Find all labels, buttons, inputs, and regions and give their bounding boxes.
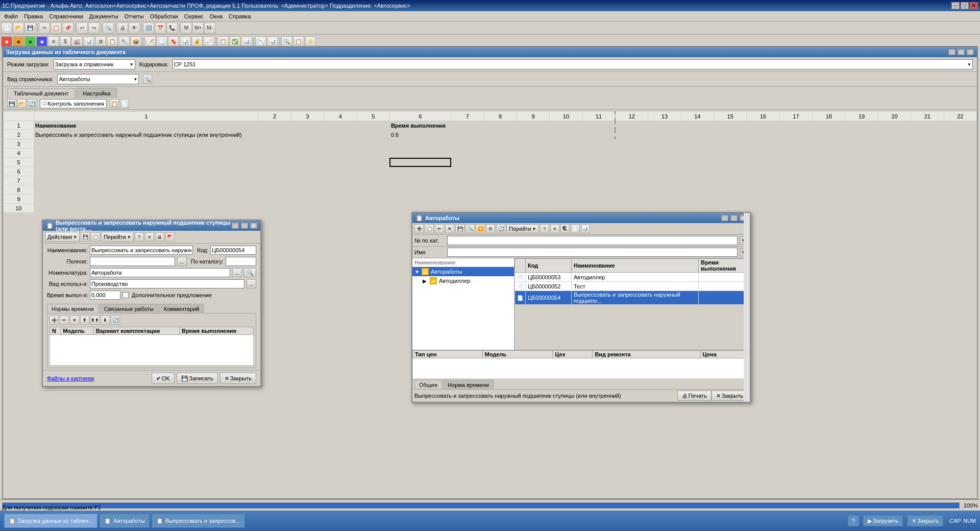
avto-save-btn[interactable]: 💾 — [455, 224, 464, 233]
tb-undo-btn[interactable]: ↩ — [77, 22, 88, 34]
avto-edit-btn[interactable]: ✏ — [435, 224, 444, 233]
actions-dropdown[interactable]: Действия ▼ — [45, 232, 80, 242]
cell-1-3[interactable] — [291, 121, 324, 130]
cell-1-8[interactable] — [484, 121, 517, 130]
tab-sort-btn[interactable]: 🔃 — [111, 316, 120, 325]
menu-help[interactable]: Справка — [226, 12, 254, 20]
sub-win-max[interactable]: □ — [958, 49, 965, 55]
cell-1-14[interactable] — [681, 121, 714, 130]
tb-m3-btn[interactable]: M- — [204, 22, 215, 34]
menu-reports[interactable]: Отчеты — [121, 12, 147, 20]
cell-1-16[interactable] — [747, 121, 779, 130]
avto-min-btn[interactable]: – — [721, 215, 728, 221]
tb-paste-btn[interactable]: 📌 — [62, 22, 74, 34]
modal-help-btn[interactable]: ? — [135, 232, 144, 242]
modal-vipresso-close[interactable]: ✕ — [250, 223, 257, 229]
avto-list[interactable]: Код Наименование Время выполнения 📄 ЦБ00… — [514, 258, 750, 350]
avto-go-dropdown[interactable]: Перейти ▼ — [506, 224, 539, 233]
tt-refresh-btn[interactable]: 🔄 — [28, 99, 37, 108]
avto-tb-search-btn[interactable]: 🔍 — [465, 224, 475, 233]
menu-file[interactable]: Файл — [1, 12, 21, 20]
ok-btn[interactable]: ✔ OK — [152, 373, 175, 384]
load-btn[interactable]: ▶ Загрузить — [863, 515, 903, 526]
modal-print-btn[interactable]: 🖨 — [155, 232, 164, 242]
tab-settings[interactable]: Настройка — [76, 88, 117, 98]
avto-tab-general[interactable]: Общее — [414, 380, 442, 389]
tab-down-btn[interactable]: ⬇ — [101, 316, 110, 325]
regime-combo[interactable]: Загрузка в справочник ▼ — [54, 59, 135, 69]
avto-max-btn[interactable]: □ — [730, 215, 738, 221]
avto-close-btn-bottom[interactable]: ✕ Закрыть — [712, 391, 748, 401]
name-input[interactable] — [90, 246, 193, 255]
app-maximize-btn[interactable]: □ — [961, 2, 969, 9]
help-btn[interactable]: ? — [848, 515, 859, 526]
tab-del-btn[interactable]: ✕ — [70, 316, 79, 325]
tree-expand-diller[interactable]: ▶ — [423, 278, 429, 284]
search-name-input[interactable] — [447, 248, 738, 257]
cell-1-1[interactable]: Наименование — [34, 121, 258, 130]
app-minimize-btn[interactable]: – — [951, 2, 960, 9]
cell-5-2[interactable] — [258, 158, 291, 167]
go-dropdown[interactable]: Перейти ▼ — [101, 232, 134, 242]
taskbar-item-vipresso[interactable]: 📋 Выпрессовать и запрессов... — [152, 514, 245, 528]
cell-1-4[interactable] — [324, 121, 357, 130]
avto-refresh-btn[interactable]: 🔄 — [496, 224, 505, 233]
tt-open-btn[interactable]: 📂 — [17, 99, 27, 108]
tb-preview-btn[interactable]: 👁 — [129, 22, 140, 34]
avto-add-btn[interactable]: ➕ — [414, 224, 424, 233]
cell-2-9[interactable] — [517, 130, 549, 139]
tb-cut-btn[interactable]: ✂ — [39, 22, 50, 34]
tt-btn2[interactable]: 📄 — [120, 99, 129, 108]
avto-copy-btn[interactable]: 📋 — [425, 224, 434, 233]
cell-1-5[interactable] — [357, 121, 389, 130]
modal-close-btn[interactable]: ✕ Закрыть — [220, 373, 256, 384]
avto-help-btn[interactable]: ? — [540, 224, 549, 233]
avto-filter-btn[interactable]: 🔽 — [476, 224, 485, 233]
tb-print-btn[interactable]: 🖨 — [117, 22, 128, 34]
vid-use-input[interactable] — [90, 279, 244, 288]
full-input[interactable] — [90, 257, 175, 266]
modal-copy-btn[interactable]: 📋 — [91, 232, 100, 242]
menu-documents[interactable]: Документы — [86, 12, 121, 20]
cell-2-2[interactable] — [258, 130, 291, 139]
nomenklatura-input[interactable] — [90, 268, 230, 277]
avto-tree[interactable]: Наименование ▼ 📁 Авторaботы ▶ 📁 Автодилл… — [412, 258, 514, 350]
cell-5-4[interactable] — [324, 158, 357, 167]
taskbar-item-load[interactable]: 📋 Загрузка данных из тaблич... — [4, 514, 97, 528]
tree-item-avto[interactable]: ▼ 📁 Авторaботы — [412, 267, 514, 276]
cell-1-13[interactable] — [648, 121, 681, 130]
tb-redo-btn[interactable]: ↪ — [88, 22, 100, 34]
cell-1-9[interactable] — [517, 121, 549, 130]
vid-combo[interactable]: Авторaботы ▼ — [57, 74, 139, 84]
avto-hier-btn[interactable]: 🏗 — [560, 224, 570, 233]
tab-edit-btn[interactable]: ✏ — [60, 316, 69, 325]
nomenklatura-search-btn[interactable]: 🔍 — [244, 268, 256, 277]
menu-service[interactable]: Сервис — [181, 12, 207, 20]
cell-5-6[interactable] — [389, 158, 451, 167]
taskbar-item-avto[interactable]: 📋 Авторaботы — [100, 514, 149, 528]
tb-copy-btn[interactable]: 📋 — [51, 22, 62, 34]
cell-1-15[interactable] — [714, 121, 747, 130]
modal-list-btn[interactable]: ≡ — [145, 232, 154, 242]
control-fill-check[interactable]: ☐ Контроль заполнения — [40, 99, 107, 108]
menu-edit[interactable]: Правка — [21, 12, 46, 20]
cell-1-11[interactable] — [582, 121, 615, 130]
cell-1-7[interactable] — [451, 121, 484, 130]
menu-windows[interactable]: Окна — [207, 12, 226, 20]
time-input[interactable] — [90, 291, 120, 300]
tab-add-btn[interactable]: ➕ — [50, 316, 59, 325]
tb-m2-btn[interactable]: M+ — [192, 22, 204, 34]
cell-2-6[interactable]: 0.6 — [389, 130, 451, 139]
avto-tab-norm[interactable]: Норма времени — [443, 380, 494, 389]
tt-btn1[interactable]: 📋 — [110, 99, 119, 108]
tb-phone-btn[interactable]: 📞 — [166, 22, 178, 34]
vid-search-btn[interactable]: 🔍 — [143, 75, 152, 84]
tb-save-btn[interactable]: 💾 — [24, 22, 36, 34]
catalog-input[interactable] — [226, 257, 256, 266]
avto-excel-btn[interactable]: 📊 — [581, 224, 590, 233]
cell-5-3[interactable] — [291, 158, 324, 167]
cell-1-19[interactable] — [845, 121, 878, 130]
modal-vipresso-min[interactable]: – — [232, 223, 239, 229]
tb-new-btn[interactable]: 📄 — [1, 22, 12, 34]
menu-directories[interactable]: Справочники — [46, 12, 86, 20]
